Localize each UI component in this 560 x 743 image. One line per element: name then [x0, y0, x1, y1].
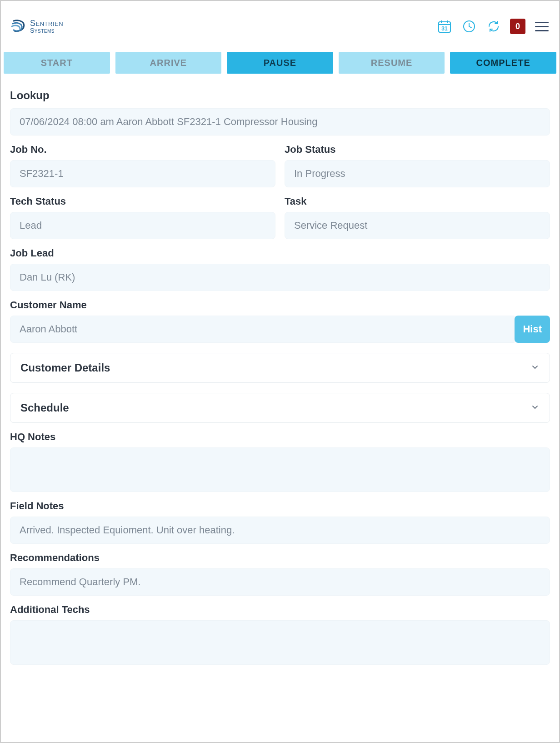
- field-notes-label: Field Notes: [10, 500, 550, 512]
- tech-status-input[interactable]: Lead: [10, 212, 275, 239]
- lookup-label: Lookup: [10, 89, 550, 102]
- lookup-input[interactable]: 07/06/2024 08:00 am Aaron Abbott SF2321-…: [10, 108, 550, 136]
- job-lead-input[interactable]: Dan Lu (RK): [10, 264, 550, 291]
- form-content: Lookup 07/06/2024 08:00 am Aaron Abbott …: [1, 78, 559, 668]
- job-status-label: Job Status: [285, 144, 550, 156]
- job-lead-label: Job Lead: [10, 247, 550, 259]
- recommendations-input[interactable]: Recommend Quarterly PM.: [10, 568, 550, 596]
- sync-icon[interactable]: [485, 18, 502, 35]
- hamburger-menu-icon[interactable]: [534, 18, 550, 35]
- schedule-accordion[interactable]: Schedule: [10, 393, 550, 423]
- logo-text: Sentrien Systems: [30, 19, 63, 34]
- job-no-label: Job No.: [10, 144, 275, 156]
- app-header: Sentrien Systems 31: [1, 1, 559, 52]
- notification-badge[interactable]: 0: [510, 19, 525, 34]
- tech-status-label: Tech Status: [10, 196, 275, 207]
- logo-name-bottom: Systems: [30, 27, 63, 34]
- task-label: Task: [285, 196, 550, 207]
- additional-techs-label: Additional Techs: [10, 604, 550, 616]
- job-status-input[interactable]: In Progress: [285, 160, 550, 187]
- header-icon-group: 31 0: [436, 18, 550, 35]
- status-tabs: START ARRIVE PAUSE RESUME COMPLETE: [1, 52, 559, 78]
- hq-notes-input[interactable]: [10, 447, 550, 492]
- tab-pause[interactable]: PAUSE: [227, 52, 333, 74]
- svg-text:31: 31: [441, 25, 448, 32]
- additional-techs-input[interactable]: [10, 620, 550, 665]
- logo: Sentrien Systems: [10, 18, 63, 35]
- task-input[interactable]: Service Request: [285, 212, 550, 239]
- tab-resume[interactable]: RESUME: [339, 52, 445, 74]
- schedule-title: Schedule: [20, 402, 69, 414]
- field-notes-input[interactable]: Arrived. Inspected Equioment. Unit over …: [10, 517, 550, 544]
- chevron-down-icon: [530, 362, 540, 373]
- recommendations-label: Recommendations: [10, 552, 550, 564]
- job-no-input[interactable]: SF2321-1: [10, 160, 275, 187]
- logo-name-top: Sentrien: [30, 19, 63, 27]
- logo-swirl-icon: [10, 18, 26, 35]
- clock-icon[interactable]: [461, 18, 477, 35]
- svg-line-7: [469, 26, 471, 28]
- customer-details-accordion[interactable]: Customer Details: [10, 353, 550, 383]
- tab-start[interactable]: START: [4, 52, 110, 74]
- tab-arrive[interactable]: ARRIVE: [115, 52, 222, 74]
- customer-details-title: Customer Details: [20, 361, 110, 374]
- hist-button[interactable]: Hist: [515, 316, 550, 343]
- hq-notes-label: HQ Notes: [10, 431, 550, 443]
- calendar-icon[interactable]: 31: [436, 18, 453, 35]
- chevron-down-icon: [530, 402, 540, 413]
- customer-name-label: Customer Name: [10, 299, 550, 311]
- tab-complete[interactable]: COMPLETE: [450, 52, 556, 74]
- customer-name-input[interactable]: Aaron Abbott: [10, 316, 515, 343]
